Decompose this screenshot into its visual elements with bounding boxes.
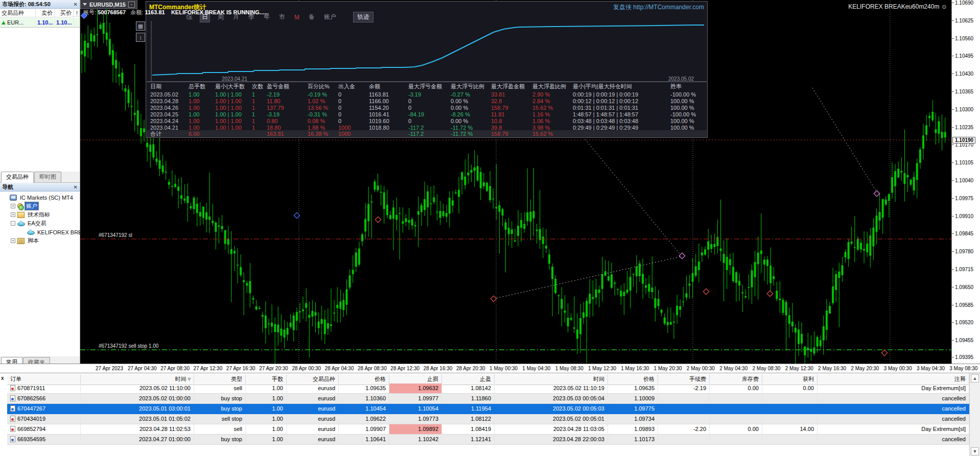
order-id: 670447267: [17, 405, 45, 412]
order-type: sell stop: [194, 414, 246, 424]
stats-cell: -117.2: [408, 131, 424, 137]
tree-item-label[interactable]: 技术指标: [27, 211, 51, 219]
order-id: 670862566: [17, 395, 45, 401]
sidebar-item-ea[interactable]: -EA交易: [0, 219, 80, 228]
sidebar-item-server[interactable]: IC Markets (SC) MT4: [0, 193, 80, 202]
scroll-up-icon[interactable]: ▲: [971, 374, 979, 382]
order-close-time: 2023.05.03 00:05:04: [495, 394, 608, 404]
sellstop-line-label[interactable]: #671347192 sell stop 1.00: [99, 343, 158, 349]
expand-icon[interactable]: +: [11, 204, 15, 208]
accounts-icon: [17, 203, 23, 209]
time-tick: 28 Apr 12:30: [390, 366, 419, 371]
order-open-price: 1.09622: [339, 414, 389, 424]
terminal-close-icon[interactable]: x: [1, 375, 4, 381]
order-id: 670871911: [17, 385, 45, 391]
order-symbol: eurusd: [287, 404, 339, 414]
stats-cell: 1: [252, 105, 255, 111]
time-tick: 27 Apr 08:30: [160, 366, 190, 371]
tree-item-label[interactable]: 账户: [25, 202, 38, 210]
restore-window-icon[interactable]: ▫: [128, 2, 135, 8]
time-tick: 2 May 16:30: [818, 366, 846, 371]
chevron-down-icon[interactable]: [83, 3, 87, 6]
time-tick: 28 Apr 00:30: [292, 366, 321, 371]
stats-overlay-panel[interactable]: MTCommander统计 复盘侠 http://MTCommander.com…: [146, 1, 708, 138]
order-close-time: 2023.04.28 22:00:03: [495, 435, 608, 445]
price-tick: 1.10560: [955, 36, 973, 41]
price-tick: 1.09520: [955, 320, 973, 325]
stats-cell: 合计: [150, 131, 161, 137]
price-axis[interactable]: 1.106901.106251.105601.104951.104301.103…: [951, 0, 980, 364]
col-alert[interactable]: !: [74, 10, 80, 17]
order-profit: [762, 404, 818, 414]
order-close-time: 2023.05.02 11:10:19: [495, 383, 608, 394]
order-profit: [762, 435, 818, 445]
stats-cell: -0.27 %: [451, 91, 470, 98]
stats-cell: 1: [252, 98, 255, 105]
collapse-icon[interactable]: -: [11, 221, 15, 226]
order-close-price: 1.09893: [608, 424, 658, 435]
time-tick: 1 May 00:30: [489, 366, 518, 371]
tree-item-label[interactable]: EA交易: [27, 220, 48, 227]
time-axis[interactable]: 27 Apr 202327 Apr 04:3027 Apr 08:3027 Ap…: [0, 364, 980, 373]
close-icon[interactable]: ✕: [74, 184, 78, 190]
order-row[interactable]: 669354595 2023.04.27 01:00:00 buy stop 1…: [7, 435, 969, 445]
chart-area[interactable]: EURUSD,M15 ▫ 账号: 500768567 余额: 1163.81 K…: [80, 0, 951, 364]
order-row[interactable]: 670447267 2023.05.01 03:00:01 buy stop 1…: [7, 404, 969, 414]
order-id: 670434019: [17, 416, 45, 422]
order-row[interactable]: 670862566 2023.05.02 01:00:00 buy stop 1…: [7, 394, 969, 404]
chart-window-title[interactable]: EURUSD,M15 ▫: [80, 0, 137, 9]
stats-brand-link[interactable]: 复盘侠 http://MTCommander.com: [613, 3, 704, 12]
stats-col-header: 余额: [369, 83, 380, 90]
order-sell-icon: [10, 426, 15, 432]
ea-icon: [27, 229, 34, 235]
order-sell-icon: [10, 416, 15, 422]
order-symbol: eurusd: [287, 414, 339, 424]
order-open-time: 2023.04.27 01:00:00: [81, 435, 194, 445]
stats-cell: 1.06 %: [532, 118, 550, 125]
order-commission: [658, 414, 710, 424]
sl-line-label[interactable]: #671347192 sl: [99, 232, 132, 238]
scroll-down-icon[interactable]: ▼: [971, 447, 979, 455]
sidebar-item-accounts[interactable]: +账户: [0, 202, 80, 210]
sidebar-item-script[interactable]: +脚本: [0, 236, 80, 245]
order-sell-icon: [10, 385, 15, 391]
market-watch-row[interactable]: EUR... 1.10... 1.10...: [0, 18, 80, 27]
tab-tick-chart[interactable]: 即时图: [34, 172, 61, 182]
stats-col-header: 总手数: [189, 83, 205, 90]
order-row[interactable]: 670871911 2023.05.02 11:10:00 sell 1.00 …: [7, 383, 969, 394]
close-icon[interactable]: ✕: [74, 2, 78, 7]
stats-col-header: 最小|大手数: [215, 83, 245, 90]
panel-button-move-icon[interactable]: ↕: [136, 33, 145, 42]
stats-cell: 100.00 %: [670, 98, 694, 105]
stats-col-header: 最大浮亏比例: [451, 83, 484, 90]
expand-icon[interactable]: +: [11, 212, 15, 217]
order-buy-icon: [10, 405, 15, 412]
order-lots: 1.00: [246, 414, 287, 424]
stats-cell: 2.90 %: [532, 91, 550, 98]
expand-icon[interactable]: +: [11, 238, 15, 243]
panel-button-grid-icon[interactable]: ▦: [136, 21, 145, 31]
stats-col-header: 最大浮盈金额: [491, 83, 525, 90]
navigator-title: 导航: [2, 183, 13, 191]
stats-cell: 2023.05.02: [150, 91, 178, 98]
order-row[interactable]: 670434019 2023.05.01 01:05:02 sell stop …: [7, 414, 969, 424]
order-sl: 1.09892: [389, 424, 442, 435]
time-tick: 3 May 00:30: [884, 366, 912, 371]
time-tick: 1 May 16:30: [621, 366, 649, 371]
order-open-time: 2023.04.28 11:02:53: [81, 424, 194, 435]
stats-cell: 1.00: [189, 105, 199, 111]
col-symbol[interactable]: 交易品种: [0, 9, 36, 17]
order-close-price: 1.09635: [608, 383, 658, 394]
tree-item-label[interactable]: IC Markets (SC) MT4: [19, 195, 74, 201]
smiley-icon: ☺: [941, 3, 947, 10]
sidebar-item-ea[interactable]: KELIFOREX BREAKe: [0, 228, 80, 236]
terminal-scrollbar[interactable]: ▲ ▼: [969, 373, 980, 456]
order-row[interactable]: 669852794 2023.04.28 11:02:53 sell 1.00 …: [7, 424, 969, 435]
tree-item-label[interactable]: 脚本: [27, 237, 40, 245]
col-ask[interactable]: 买价: [55, 9, 74, 17]
sidebar-item-indicator[interactable]: +技术指标: [0, 210, 80, 219]
col-bid[interactable]: 卖价: [36, 9, 55, 17]
tab-symbols[interactable]: 交易品种: [1, 172, 34, 183]
stats-cell: 1: [252, 111, 255, 118]
stats-cell: 1.00 | 1.00: [215, 105, 242, 111]
